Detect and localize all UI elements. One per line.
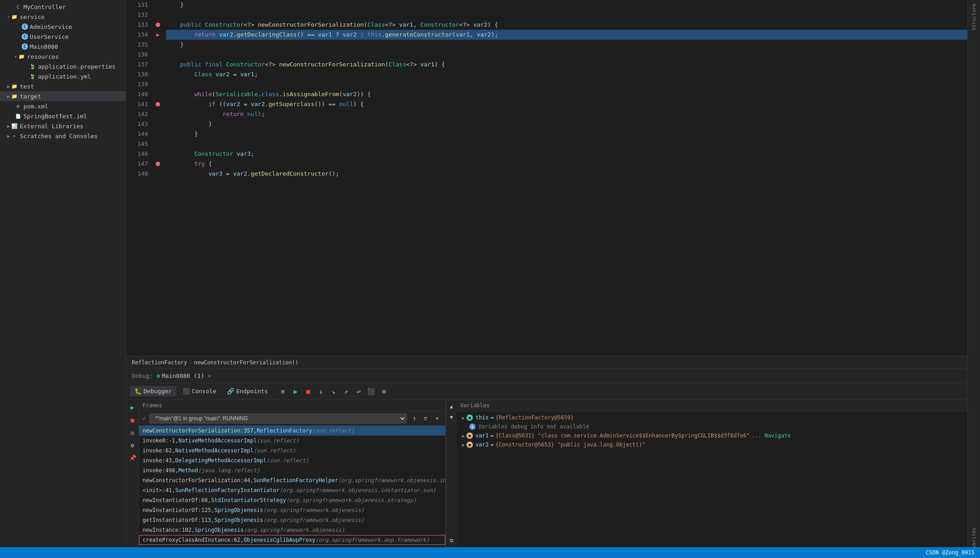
- variables-list: ▶ ● this = {ReflectionFactory@5659} i Va…: [457, 411, 967, 558]
- sidebar-item-resources[interactable]: ▾ 📁 resources: [0, 51, 126, 61]
- variables-label: Variables: [460, 402, 490, 409]
- breadcrumb-method[interactable]: newConstructorForSerialization(): [194, 359, 298, 366]
- variables-panel: Variables ▶ ● this = {ReflectionFactory@…: [457, 400, 967, 558]
- toolbar-more-icon[interactable]: ≡: [379, 386, 389, 396]
- toolbar-step-out-icon[interactable]: ↗: [341, 386, 351, 396]
- debug-left-controls: ▶ ■ ◎ ⚙ 📌: [126, 400, 139, 558]
- tab-debugger[interactable]: 🐛 Debugger: [130, 386, 176, 396]
- var-item-this[interactable]: ▶ ● this = {ReflectionFactory@5659}: [457, 413, 967, 422]
- settings-button[interactable]: ⚙: [128, 440, 138, 450]
- frame-item[interactable]: <init>:41, SunReflectionFactoryInstantia…: [139, 485, 445, 495]
- var-icon-var1: ●: [467, 432, 473, 439]
- thread-selector[interactable]: *"main"@1 in group "main": RUNNING: [149, 414, 407, 423]
- breadcrumb-class[interactable]: ReflectionFactory: [132, 359, 187, 366]
- sidebar-item-appyml[interactable]: 🍃 application.yml: [0, 71, 126, 81]
- navigate-link-var1[interactable]: ... Navigate: [752, 432, 791, 439]
- view-button[interactable]: ◎: [128, 428, 138, 437]
- frame-item[interactable]: newInstantiatorOf:125, SpringObjenesis (…: [139, 505, 445, 515]
- class-icon: C: [14, 3, 22, 10]
- frames-header: Frames: [139, 400, 445, 411]
- tab-endpoints[interactable]: 🔗 Endpoints: [222, 386, 272, 396]
- code-lines[interactable]: } public Constructor<?> newConstructorFo…: [162, 0, 967, 356]
- toolbar-stop-icon[interactable]: ■: [303, 386, 313, 396]
- console-icon: ⬛: [183, 388, 190, 395]
- endpoints-icon: 🔗: [227, 388, 234, 395]
- debug-info-message: i Variables debug info not available: [457, 422, 967, 431]
- sidebar-item-springboottest[interactable]: 📄 SpringBootTest.iml: [0, 111, 126, 121]
- frame-item[interactable]: invoke:62, NativeMethodAccessorImpl (sun…: [139, 446, 445, 456]
- frame-item[interactable]: newInstance:102, SpringObjenesis (org.sp…: [139, 525, 445, 535]
- frame-item-highlighted[interactable]: createProxyClassAndInstance:62, Objenesi…: [139, 535, 445, 545]
- sort-icon[interactable]: ↑: [410, 414, 419, 423]
- frames-list: newConstructorForSerialization:357, Refl…: [139, 426, 445, 558]
- variables-header: Variables: [457, 400, 967, 411]
- sidebar-item-test[interactable]: ▶ 📁 test: [0, 81, 126, 91]
- toolbar-evaluate-icon[interactable]: ⬛: [366, 386, 376, 396]
- sidebar-item-service[interactable]: ▾ 📁 service: [0, 12, 126, 22]
- breakpoint-dot-147[interactable]: [156, 162, 160, 166]
- execution-arrow: ▶: [156, 32, 159, 38]
- sidebar-item-target[interactable]: ▶ 📁 target: [0, 91, 126, 101]
- toolbar-step-into-icon[interactable]: ↘: [328, 386, 338, 396]
- sidebar-item-main8080[interactable]: C Main8080: [0, 42, 126, 51]
- frames-toolbar: ✓ *"main"@1 in group "main": RUNNING ↑ ▽…: [139, 411, 445, 426]
- frame-item[interactable]: getInstantiatorOf:113, SpringObjenesis (…: [139, 515, 445, 525]
- main-area: 131 132 133 134 135 136 137 138 139 140 …: [126, 0, 967, 558]
- test-folder-icon: 📁: [11, 83, 18, 90]
- pin-button[interactable]: 📌: [128, 453, 138, 463]
- debug-content: ▶ ■ ◎ ⚙ 📌 Frames ✓ *"main"@1 in gr: [126, 400, 967, 558]
- close-debug-button[interactable]: ×: [208, 372, 212, 379]
- frame-item[interactable]: newConstructorForSerialization:357, Refl…: [139, 426, 445, 436]
- props-icon: 🍃: [29, 63, 36, 70]
- debug-label: Debug:: [132, 372, 153, 379]
- resume-button[interactable]: ▶: [128, 402, 138, 412]
- class-icon3: C: [22, 43, 28, 50]
- info-icon: i: [469, 423, 476, 430]
- structure-label[interactable]: Structure: [971, 0, 977, 34]
- sidebar-item-scratches[interactable]: ▶ 🔸 Scratches and Consoles: [0, 131, 126, 141]
- collapse-arrow-test: ▶: [7, 84, 10, 89]
- expand-arrow2: ▾: [14, 54, 17, 59]
- var-icon-this: ●: [467, 414, 473, 421]
- lib-icon: 📊: [11, 122, 18, 130]
- debug-toolbar: ≡ ▶ ■ ↓ ↘ ↗ ↩ ⬛ ≡: [278, 386, 389, 396]
- down-icon[interactable]: ▼: [448, 413, 456, 421]
- breadcrumb: ReflectionFactory › newConstructorForSer…: [126, 356, 967, 368]
- var-item-var1[interactable]: ▶ ● var1 = {Class@5631} "class com.servi…: [457, 431, 967, 440]
- debug-panel: Debug: ⚙ Main8080 (1) × 🐛 Debugger ⬛ Con…: [126, 368, 967, 558]
- stop-button[interactable]: ■: [128, 415, 138, 425]
- toolbar-step-over-icon[interactable]: ↓: [316, 386, 326, 396]
- sidebar-item-adminservice[interactable]: C AdminService: [0, 22, 126, 32]
- frame-item[interactable]: invoke0:-1, NativeMethodAccessorImpl (su…: [139, 436, 445, 446]
- sidebar-item-pomxml[interactable]: m pom.xml: [0, 101, 126, 111]
- toolbar-run-cursor-icon[interactable]: ↩: [354, 386, 364, 396]
- target-folder-icon: 📁: [11, 93, 18, 100]
- up-icon[interactable]: ▲: [448, 402, 456, 410]
- breakpoint-dot-141[interactable]: [156, 102, 160, 107]
- tab-console[interactable]: ⬛ Console: [178, 386, 221, 396]
- frame-item[interactable]: invoke:43, DelegatingMethodAccessorImpl …: [139, 456, 445, 465]
- frame-item[interactable]: newConstructorForSerialization:44, SunRe…: [139, 475, 445, 485]
- frame-item[interactable]: newInstantiatorOf:68, StdInstantiatorStr…: [139, 495, 445, 505]
- toolbar-resume-icon[interactable]: ▶: [291, 386, 300, 396]
- debugger-icon: 🐛: [134, 388, 142, 395]
- structure-panel: Structure Favorites: [967, 0, 980, 558]
- var-item-var2[interactable]: ▶ ● var2 = {Constructor@5653} "public ja…: [457, 440, 967, 449]
- frame-item[interactable]: invoke:498, Method (java.lang.reflect): [139, 465, 445, 475]
- sidebar-item-extlibs[interactable]: ▶ 📊 External Libraries: [0, 121, 126, 131]
- add-frame-icon[interactable]: +: [433, 414, 442, 423]
- editor-area: 131 132 133 134 135 136 137 138 139 140 …: [126, 0, 967, 368]
- copy-icon[interactable]: ⧉: [448, 536, 456, 544]
- frames-label: Frames: [143, 402, 162, 409]
- code-container[interactable]: 131 132 133 134 135 136 137 138 139 140 …: [126, 0, 967, 356]
- sidebar-item-mycontroller[interactable]: C MyController: [0, 2, 126, 12]
- frames-panel: Frames ✓ *"main"@1 in group "main": RUNN…: [139, 400, 446, 558]
- sidebar-item-appprops[interactable]: 🍃 application.properties: [0, 61, 126, 71]
- sidebar-item-userservice[interactable]: C UserService: [0, 32, 126, 42]
- filter-icon[interactable]: ▽: [421, 414, 430, 423]
- toolbar-settings-icon[interactable]: ≡: [278, 386, 288, 396]
- breakpoint-dot-133[interactable]: [156, 23, 160, 27]
- xml-icon: m: [14, 102, 22, 110]
- class-icon: C: [22, 23, 28, 30]
- thread-controls: ↑ ▽: [410, 414, 430, 423]
